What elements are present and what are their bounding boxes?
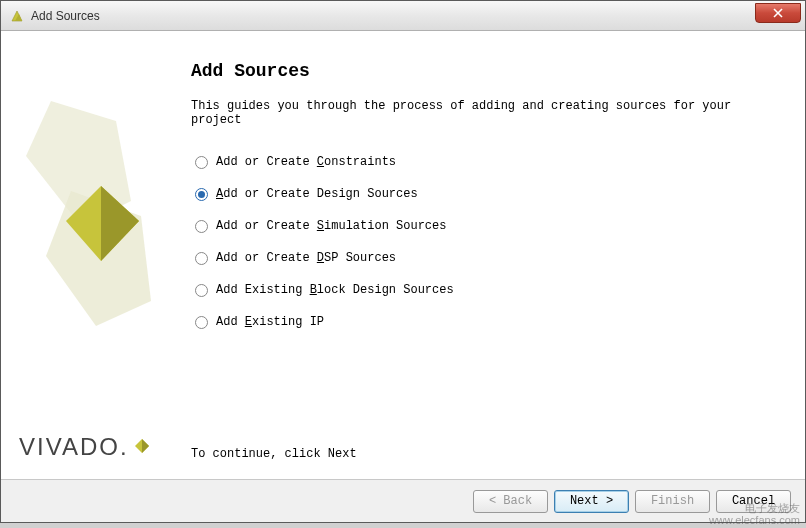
finish-button[interactable]: Finish bbox=[635, 490, 710, 513]
app-icon bbox=[9, 8, 25, 24]
dialog-content: VIVADO. Add Sources This guides you thro… bbox=[1, 31, 805, 479]
sidebar-graphic: VIVADO. bbox=[1, 31, 171, 479]
back-button[interactable]: < Back bbox=[473, 490, 548, 513]
main-panel: Add Sources This guides you through the … bbox=[171, 31, 805, 479]
radio-add-create-design-sources[interactable]: Add or Create Design Sources bbox=[195, 187, 775, 201]
radio-icon bbox=[195, 252, 208, 265]
radio-icon bbox=[195, 316, 208, 329]
page-title: Add Sources bbox=[191, 61, 775, 81]
radio-add-create-dsp-sources[interactable]: Add or Create DSP Sources bbox=[195, 251, 775, 265]
radio-icon bbox=[195, 156, 208, 169]
next-button[interactable]: Next > bbox=[554, 490, 629, 513]
button-bar: < Back Next > Finish Cancel bbox=[1, 480, 805, 522]
radio-add-create-constraints[interactable]: Add or Create Constraints bbox=[195, 155, 775, 169]
vivado-logo: VIVADO. bbox=[19, 433, 151, 461]
vivado-logo-mark bbox=[133, 433, 151, 461]
radio-label: Add or Create DSP Sources bbox=[216, 251, 396, 265]
radio-add-existing-ip[interactable]: Add Existing IP bbox=[195, 315, 775, 329]
close-icon bbox=[773, 8, 783, 18]
vivado-logo-text: VIVADO. bbox=[19, 433, 129, 461]
radio-label: Add or Create Simulation Sources bbox=[216, 219, 446, 233]
decorative-shapes bbox=[21, 91, 161, 351]
radio-label: Add Existing IP bbox=[216, 315, 324, 329]
svg-marker-9 bbox=[142, 439, 149, 453]
titlebar[interactable]: Add Sources bbox=[1, 1, 805, 31]
radio-label: Add Existing Block Design Sources bbox=[216, 283, 454, 297]
cancel-button[interactable]: Cancel bbox=[716, 490, 791, 513]
radio-icon bbox=[195, 284, 208, 297]
window-title: Add Sources bbox=[31, 9, 100, 23]
radio-icon bbox=[195, 188, 208, 201]
radio-add-create-simulation-sources[interactable]: Add or Create Simulation Sources bbox=[195, 219, 775, 233]
radio-label: Add or Create Design Sources bbox=[216, 187, 418, 201]
radio-add-existing-block-design-sources[interactable]: Add Existing Block Design Sources bbox=[195, 283, 775, 297]
dialog-window: Add Sources VIVADO. bbox=[0, 0, 806, 523]
radio-label: Add or Create Constraints bbox=[216, 155, 396, 169]
radio-group: Add or Create Constraints Add or Create … bbox=[191, 155, 775, 329]
close-button[interactable] bbox=[755, 3, 801, 23]
page-description: This guides you through the process of a… bbox=[191, 99, 775, 127]
footer-hint: To continue, click Next bbox=[191, 447, 775, 469]
radio-icon bbox=[195, 220, 208, 233]
